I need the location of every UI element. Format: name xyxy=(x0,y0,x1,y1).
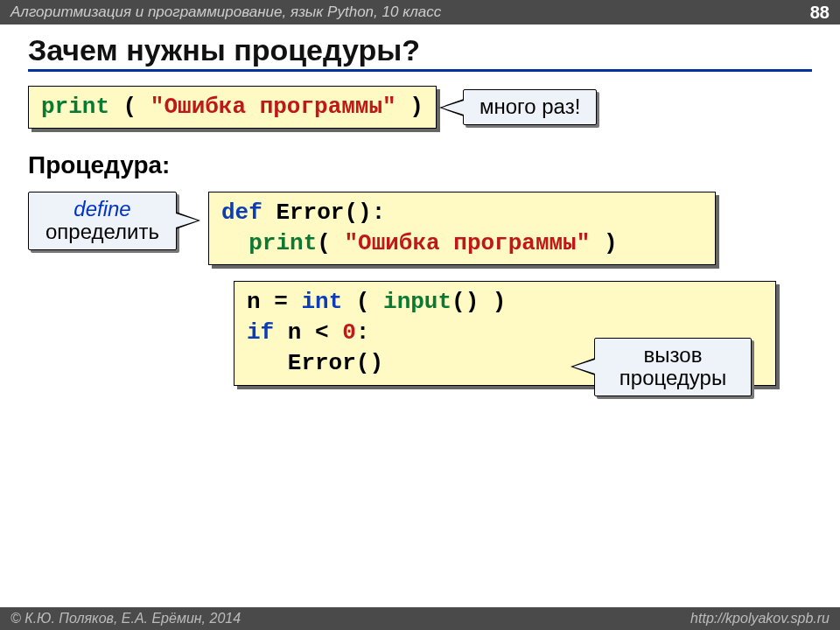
kw-print: print xyxy=(248,230,317,256)
row-main-code: n = int ( input() ) if n < 0: Error() вы… xyxy=(234,281,776,385)
footer-url: http://kpolyakov.spb.ru xyxy=(690,611,830,626)
code-def: def Error(): print( "Ошибка программы" ) xyxy=(208,192,716,265)
code-string: "Ошибка программы" xyxy=(344,230,590,256)
callout-tail-icon xyxy=(176,212,200,229)
course-title: Алгоритмизация и программирование, язык … xyxy=(10,4,441,21)
callout-text: много раз! xyxy=(480,94,580,118)
callout-many-times: много раз! xyxy=(463,89,597,124)
call-proc-l1: вызов xyxy=(611,344,735,367)
content: Зачем нужны процедуры? print ( "Ошибка п… xyxy=(0,24,840,395)
mc-cond: n < xyxy=(274,319,342,346)
callout-call-procedure: вызов процедуры xyxy=(594,338,752,396)
code-open: ( xyxy=(109,94,150,120)
mc-open: ( xyxy=(342,289,383,315)
kw-int: int xyxy=(301,289,342,315)
define-en: define xyxy=(45,198,160,220)
code-close: ) xyxy=(396,94,424,120)
slide: Алгоритмизация и программирование, язык … xyxy=(0,0,840,630)
callout-tail-icon xyxy=(570,358,595,375)
kw-input: input xyxy=(383,289,452,315)
kw-def: def xyxy=(221,200,262,226)
mc-call: Error() xyxy=(247,350,383,376)
define-ru: определить xyxy=(46,220,159,243)
code-close: ) xyxy=(590,230,617,256)
header-bar: Алгоритмизация и программирование, язык … xyxy=(0,0,840,24)
kw-print: print xyxy=(41,94,109,120)
mc-eq: = xyxy=(261,289,302,315)
callout-define: define определить xyxy=(28,192,177,250)
mc-close: () ) xyxy=(452,289,506,315)
indent xyxy=(221,230,248,256)
page-number: 88 xyxy=(810,3,830,23)
row-print-example: print ( "Ошибка программы" ) много раз! xyxy=(28,86,812,129)
lit-zero: 0 xyxy=(342,319,356,346)
code-print: print ( "Ошибка программы" ) xyxy=(28,86,437,129)
code-string: "Ошибка программы" xyxy=(150,94,396,120)
footer-copyright: © К.Ю. Поляков, Е.А. Ерёмин, 2014 xyxy=(10,611,241,626)
def-name: Error(): xyxy=(262,200,385,226)
call-proc-l2: процедуры xyxy=(620,366,726,389)
mc-colon: : xyxy=(356,319,370,346)
footer-bar: © К.Ю. Поляков, Е.А. Ерёмин, 2014 http:/… xyxy=(0,607,840,630)
code-open: ( xyxy=(317,230,344,256)
section-label: Процедура: xyxy=(28,151,812,179)
kw-if: if xyxy=(247,319,274,346)
mc-n: n xyxy=(247,289,261,315)
callout-tail-icon xyxy=(439,99,464,116)
row-define: define определить def Error(): print( "О… xyxy=(28,192,812,265)
slide-title: Зачем нужны процедуры? xyxy=(28,33,812,72)
